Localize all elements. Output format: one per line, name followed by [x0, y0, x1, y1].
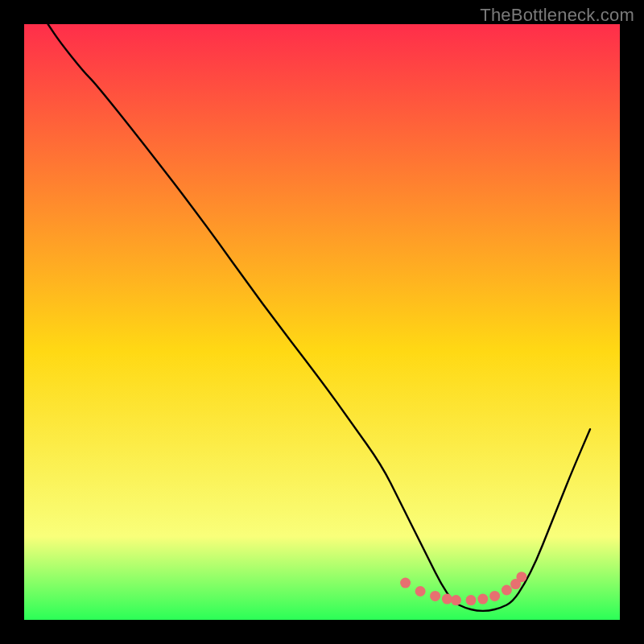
plot-area: [24, 24, 620, 620]
dot: [400, 578, 411, 588]
dot: [516, 572, 526, 582]
chart-frame: TheBottleneck.com: [0, 0, 644, 644]
dot: [451, 595, 461, 605]
dot: [489, 591, 500, 601]
gradient-bg: [24, 24, 620, 620]
dot: [466, 595, 477, 605]
watermark-text: TheBottleneck.com: [480, 5, 634, 26]
dot: [477, 594, 488, 605]
dot: [502, 585, 512, 596]
dot: [442, 594, 452, 605]
dot: [415, 586, 426, 597]
bottleneck-chart: [24, 24, 620, 620]
dot: [430, 591, 440, 601]
